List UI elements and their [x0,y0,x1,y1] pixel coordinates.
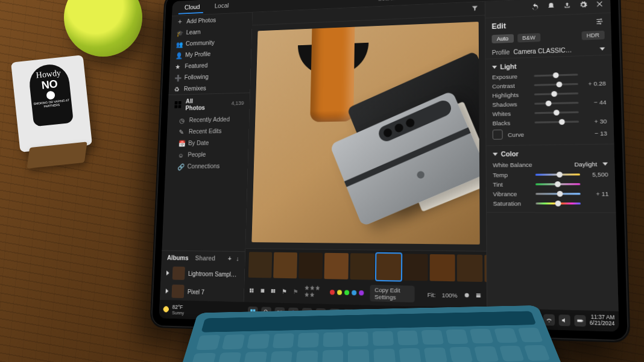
color-labels[interactable] [330,290,364,296]
svg-rect-5 [251,309,253,311]
chevron-down-icon[interactable] [599,48,605,51]
keyboard-key [518,328,543,342]
flag-pick-icon[interactable]: ⚑ [282,288,287,295]
loupe-view-icon[interactable] [260,287,265,294]
filmstrip-thumb[interactable] [248,252,273,278]
filter-funnel-button[interactable] [471,3,478,14]
view-icon: 🔗 [177,163,183,169]
keyboard-key [446,329,469,345]
close-icon [595,0,604,8]
keyboard-key [298,332,319,348]
svg-point-1 [464,293,469,298]
view-connections[interactable]: 🔗Connections [165,160,248,172]
flag-reject-icon[interactable]: ⚑ [293,288,298,295]
undo-button[interactable] [531,3,540,13]
settings-button[interactable] [579,1,587,10]
color-label-dot[interactable] [330,290,335,295]
slider-temp[interactable]: Temp 5,500 [487,169,615,179]
edit-panel: Edit Auto B&W HDR Profile Camera CLASSIC… [485,0,619,311]
keyboard-key [421,330,444,345]
keyboard-key [397,331,418,346]
color-label-dot[interactable] [337,290,342,295]
filmstrip[interactable] [245,249,487,285]
tab-local[interactable]: Local [209,0,233,13]
edit-tools-button[interactable] [595,17,605,27]
filmstrip-thumb[interactable] [403,254,428,281]
view-by date[interactable]: 📅By Date [166,136,248,149]
profile-value[interactable]: Camera CLASSIC… [514,46,572,55]
copy-edit-settings-button[interactable]: Copy Edit Settings [370,285,415,302]
taskbar-clock[interactable]: 11:37 AM6/21/2024 [590,315,615,327]
keyboard-key [348,349,369,362]
keyboard-key [323,332,343,347]
keyboard-key [221,334,245,349]
keyboard-key [348,331,368,346]
tray-volume-icon[interactable] [558,314,570,326]
photo-canvas[interactable]: War on CRAFT & LAGER [245,16,486,251]
compare-view-icon[interactable] [271,287,276,295]
curve-icon [493,130,503,140]
view-recently added[interactable]: ◷Recently Added [167,113,249,126]
keyboard-key [270,351,292,362]
color-label-dot[interactable] [344,290,349,296]
edit-title: Edit [491,22,506,31]
keyboard-key [217,352,242,362]
keyboard-key [373,349,395,362]
color-label-dot[interactable] [359,290,364,296]
share-icon [563,1,571,10]
view-recent edits[interactable]: ✎Recent Edits [166,125,248,138]
filmstrip-thumb[interactable] [324,253,349,279]
curve-row[interactable]: Curve − 13 [486,126,614,142]
view-people[interactable]: ☺People [166,148,248,160]
lightroom-app: Cloud Local Search unavailable offline A… [160,0,619,311]
close-button[interactable] [595,0,604,10]
filmstrip-thumb[interactable] [350,253,374,279]
keyboard-key [322,350,343,362]
svg-point-3 [598,21,600,22]
info-icon[interactable] [464,292,469,299]
rating-stars[interactable] [304,285,324,299]
shared-tab[interactable]: Shared [195,254,215,261]
album-item[interactable]: Pixel 7 [160,282,244,302]
sliders-icon [595,17,605,26]
color-label-dot[interactable] [352,290,356,296]
keyboard-key [243,352,267,362]
profile-label: Profile [492,49,510,56]
slider-tint[interactable]: Tint [487,179,616,189]
keyboard-key [247,334,270,349]
album-filter-icon[interactable]: ↓ [236,255,239,262]
chevron-down-icon[interactable] [602,163,608,166]
bw-button[interactable]: B&W [517,33,541,43]
keyboard-key [273,333,295,348]
desk-card: Howdy NO SMOKING OR VAPING AT PARTNERS [11,54,106,181]
slider-saturation[interactable]: Saturation [487,199,616,208]
filmstrip-thumb[interactable] [298,252,323,279]
notifications-button[interactable] [547,2,555,11]
layout-icon[interactable] [476,292,481,299]
plus-icon [177,18,183,25]
surface-keyboard: TabQWERTYUIOP[]\\ [165,305,579,362]
slider-vibrance[interactable]: Vibrance + 11 [487,189,616,199]
filmstrip-thumb[interactable] [457,255,483,282]
hdr-button[interactable]: HDR [581,31,605,40]
color-header[interactable]: Color [486,147,614,160]
album-item[interactable]: Lightroom Sampl… [160,264,244,284]
all-photos-header[interactable]: All Photos 4,139 [168,93,250,115]
taskbar-weather[interactable]: 82°F Sunny [162,304,184,316]
nav-icon: ➕ [174,74,180,81]
grid-view-icon[interactable] [249,287,254,294]
tab-cloud[interactable]: Cloud [178,1,204,14]
tray-battery-icon[interactable] [574,314,586,326]
grid-icon [173,100,182,110]
bell-icon [547,2,555,10]
filmstrip-thumb[interactable] [273,252,297,279]
album-add-icon[interactable]: + [228,255,232,262]
filmstrip-thumb[interactable] [376,254,401,281]
auto-button[interactable]: Auto [492,34,514,43]
fit-value[interactable]: 100% [442,291,458,298]
albums-tab[interactable]: Albums [167,254,189,261]
white-balance-value[interactable]: Daylight [574,161,597,168]
share-button[interactable] [563,1,571,11]
nav-icon: 🎓 [177,30,183,36]
filmstrip-thumb[interactable] [430,254,455,281]
